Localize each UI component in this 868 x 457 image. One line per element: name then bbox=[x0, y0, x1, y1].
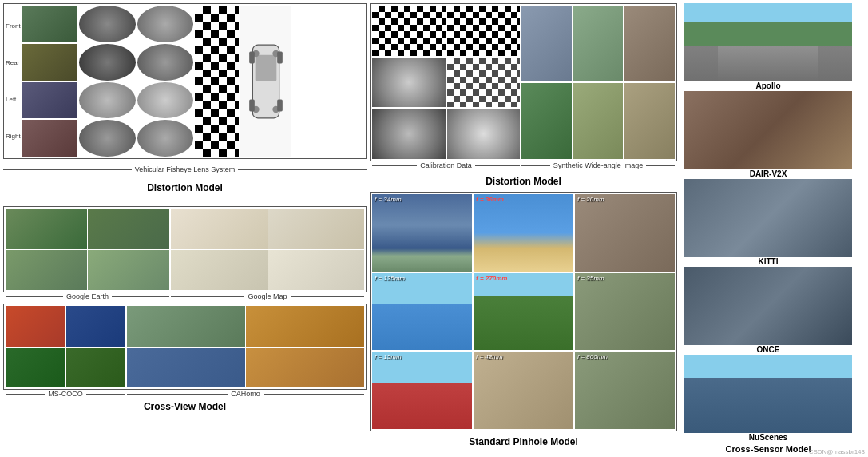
watermark: CSDN@massbr143 bbox=[809, 448, 865, 455]
pinhole-cell-9: f = 800mm bbox=[575, 352, 675, 429]
synth-cell-5 bbox=[573, 83, 624, 159]
apollo-item: Apollo bbox=[680, 3, 856, 90]
fisheye-section: Front Rear Left Right bbox=[3, 3, 367, 163]
distortion-mid-title: Distortion Model bbox=[370, 176, 677, 187]
map-cell-2 bbox=[268, 209, 365, 249]
calib-cell-4 bbox=[447, 58, 521, 108]
mscoco-label: MS-COCO bbox=[45, 390, 86, 398]
svg-rect-9 bbox=[277, 99, 283, 111]
pinhole-cell-2: f = 36mm bbox=[474, 194, 573, 272]
earth-cell-1 bbox=[6, 209, 87, 249]
fisheye-label: Vehicular Fisheye Lens System bbox=[132, 165, 239, 173]
pinhole-label-9: f = 800mm bbox=[577, 353, 608, 360]
synth-cell-2 bbox=[573, 6, 624, 81]
kitti-item: KITTI bbox=[680, 179, 856, 266]
cross-view-title: Cross-View Model bbox=[144, 401, 226, 412]
earth-label-container: Google Earth bbox=[6, 292, 169, 300]
calib-cell-1 bbox=[372, 6, 446, 56]
synth-cell-1 bbox=[521, 6, 572, 81]
fisheye-cell-r1 bbox=[22, 44, 77, 81]
standard-pinhole-title: Standard Pinhole Model bbox=[469, 436, 578, 447]
map-cell-4 bbox=[268, 250, 365, 291]
svg-rect-8 bbox=[249, 99, 255, 111]
synth-cell-3 bbox=[624, 6, 675, 81]
fisheye-cell-r2 bbox=[79, 44, 135, 81]
once-image bbox=[684, 267, 852, 345]
cahomo-label: CAHomo bbox=[228, 390, 264, 398]
dairv2x-label: DAIR-V2X bbox=[750, 169, 787, 178]
google-map-label: Google Map bbox=[244, 292, 290, 300]
calibration-label: Calibration Data bbox=[417, 161, 475, 169]
synth-cell-4 bbox=[521, 83, 572, 159]
geo-row: Google Earth Google Map bbox=[3, 206, 367, 292]
row-label-front: Front bbox=[6, 22, 22, 30]
calib-grid bbox=[372, 6, 520, 159]
coco-cell-2 bbox=[66, 306, 126, 347]
distortion-title-container: Distortion Model bbox=[3, 182, 367, 193]
cahomo-cell-4 bbox=[246, 348, 364, 388]
calibration-section: Calibration Data bbox=[372, 6, 520, 159]
car-top-view bbox=[240, 6, 291, 157]
pinhole-label-5: f = 270mm bbox=[476, 275, 507, 282]
middle-column: Calibration Data Synthetic Wide-angle Im… bbox=[370, 3, 677, 454]
pinhole-label-4: f = 135mm bbox=[375, 275, 405, 282]
pinhole-grid: f = 34mm f = 36mm f = 20mm f = 135mm f =… bbox=[372, 194, 675, 429]
fisheye-cell-rr3 bbox=[137, 120, 193, 157]
main-container: Front Rear Left Right bbox=[0, 0, 868, 457]
dairv2x-item: DAIR-V2X bbox=[680, 91, 856, 178]
apollo-image bbox=[684, 3, 852, 81]
fisheye-cell-l2 bbox=[79, 82, 135, 119]
mid-top-section: Calibration Data Synthetic Wide-angle Im… bbox=[370, 3, 677, 161]
right-column: Apollo DAIR-V2X KITTI ONCE bbox=[680, 3, 856, 454]
calib-cell-2 bbox=[447, 6, 521, 56]
coco-cell-4 bbox=[66, 348, 126, 388]
cahomo-section: CAHomo bbox=[127, 306, 364, 387]
pinhole-section: f = 34mm f = 36mm f = 20mm f = 135mm f =… bbox=[370, 192, 677, 431]
pinhole-label-6: f = 35mm bbox=[577, 275, 604, 282]
coco-label-container: MS-COCO bbox=[6, 390, 125, 398]
kitti-label: KITTI bbox=[759, 257, 779, 266]
calib-label-container: Calibration Data bbox=[372, 161, 520, 169]
fisheye-cell-rr2 bbox=[79, 120, 135, 157]
pinhole-cell-4: f = 135mm bbox=[372, 273, 472, 351]
earth-cell-4 bbox=[88, 250, 169, 291]
map-grid bbox=[171, 209, 364, 290]
pinhole-cell-1: f = 34mm bbox=[372, 194, 472, 272]
fisheye-content: Front Rear Left Right bbox=[3, 3, 367, 159]
fisheye-cell-f2 bbox=[79, 6, 135, 42]
distortion-mid-label: Distortion Model bbox=[486, 176, 561, 187]
nuscenes-image bbox=[684, 355, 852, 433]
calib-cell-5 bbox=[372, 109, 446, 159]
pinhole-label-3: f = 20mm bbox=[577, 196, 604, 203]
synth-label-container: Synthetic Wide-angle Image bbox=[521, 161, 675, 169]
pinhole-label-1: f = 34mm bbox=[375, 196, 402, 203]
kitti-image bbox=[684, 179, 852, 257]
calib-cell-3 bbox=[372, 58, 446, 108]
cahomo-cell-2 bbox=[246, 306, 364, 347]
coco-cell-3 bbox=[6, 348, 65, 388]
svg-rect-1 bbox=[255, 54, 276, 81]
fisheye-cell-rr1 bbox=[22, 120, 77, 157]
cahomo-cell-3 bbox=[127, 348, 245, 388]
fisheye-cell-f3 bbox=[137, 6, 193, 42]
fisheye-cell-l1 bbox=[22, 82, 77, 119]
google-earth-section: Google Earth bbox=[6, 209, 169, 290]
left-column: Front Rear Left Right bbox=[3, 3, 367, 454]
map-cell-3 bbox=[171, 250, 268, 291]
apollo-label: Apollo bbox=[755, 81, 780, 90]
fisheye-cell-l3 bbox=[137, 82, 193, 119]
google-earth-label: Google Earth bbox=[63, 292, 112, 300]
crossview-title-container: Cross-View Model bbox=[3, 401, 367, 412]
earth-cell-2 bbox=[88, 209, 169, 249]
nuscenes-item: NuScenes bbox=[680, 355, 856, 442]
earth-cell-3 bbox=[6, 250, 87, 291]
cahomo-cell-1 bbox=[127, 306, 245, 347]
synth-grid bbox=[521, 6, 675, 159]
dairv2x-image bbox=[684, 91, 852, 169]
map-label-container: Google Map bbox=[171, 292, 364, 300]
pinhole-cell-8: f = 42mm bbox=[474, 352, 573, 429]
google-map-section: Google Map bbox=[171, 209, 364, 290]
svg-rect-6 bbox=[249, 51, 255, 63]
nuscenes-label: NuScenes bbox=[749, 433, 787, 442]
coco-cahomo-row: MS-COCO CAHomo bbox=[3, 304, 367, 390]
